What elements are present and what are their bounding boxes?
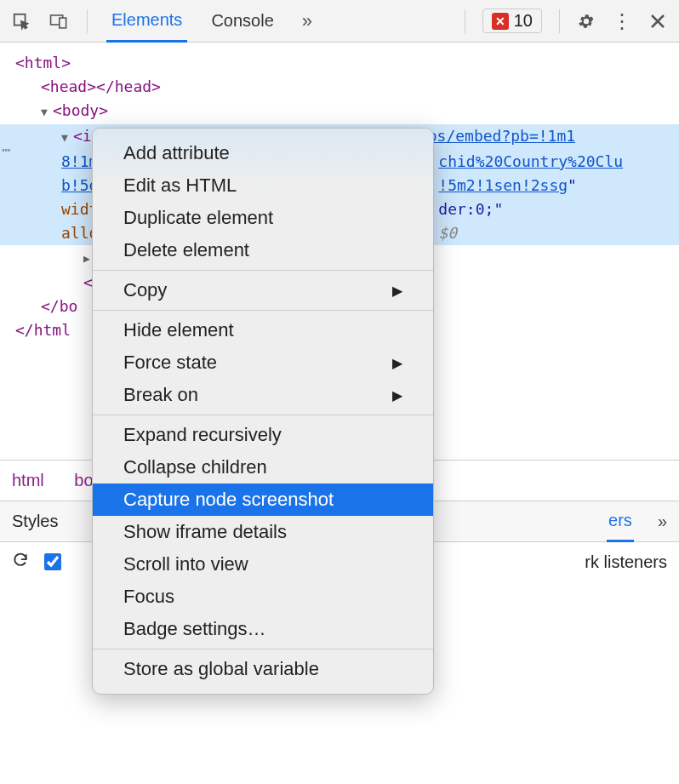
ctx-item-label: Edit as HTML (123, 175, 237, 197)
kebab-icon[interactable]: ⋮ (613, 12, 631, 31)
devtools-toolbar: Elements Console » ✕ 10 ⋮ (0, 0, 679, 43)
device-toggle-icon[interactable] (49, 12, 68, 31)
context-menu: Add attributeEdit as HTMLDuplicate eleme… (92, 128, 434, 695)
ctx-item-label: Focus (123, 586, 174, 608)
chevron-right-icon: ▶ (392, 387, 402, 403)
node-body-open[interactable]: ▼<body> (15, 99, 679, 124)
ctx-item-label: Scroll into view (123, 553, 248, 575)
ctx-item-label: Capture node screenshot (123, 489, 334, 511)
ctx-item-force-state[interactable]: Force state▶ (93, 346, 433, 379)
node-head[interactable]: <head></head> (15, 75, 679, 99)
ctx-item-edit-as-html[interactable]: Edit as HTML (93, 169, 433, 202)
refresh-icon[interactable] (12, 552, 29, 573)
close-icon[interactable] (648, 12, 667, 31)
ctx-item-label: Hide element (123, 319, 234, 341)
breadcrumb-html[interactable]: html (12, 471, 44, 489)
ancestors-checkbox[interactable] (44, 553, 61, 570)
ctx-item-label: Force state (123, 352, 217, 374)
ctx-item-store-as-global-variable[interactable]: Store as global variable (93, 653, 433, 685)
error-x-icon: ✕ (492, 13, 509, 30)
more-tabs-icon[interactable]: » (298, 12, 317, 31)
gear-icon[interactable] (577, 12, 596, 31)
ctx-item-label: Add attribute (123, 142, 230, 164)
error-count: 10 (514, 11, 533, 31)
ctx-item-label: Delete element (123, 239, 249, 261)
ctx-item-label: Expand recursively (123, 424, 282, 446)
ctx-item-break-on[interactable]: Break on▶ (93, 379, 433, 411)
ctx-item-label: Store as global variable (123, 658, 319, 680)
ctx-item-label: Break on (123, 384, 198, 406)
svg-rect-0 (14, 14, 26, 25)
svg-rect-2 (60, 18, 66, 28)
ctx-item-label: Collapse children (123, 456, 267, 478)
toolbar-separator (465, 9, 465, 33)
toolbar-left: Elements Console » (12, 0, 317, 43)
toolbar-separator (87, 9, 88, 33)
ctx-item-badge-settings[interactable]: Badge settings… (93, 613, 433, 645)
ctx-item-label: Copy (123, 279, 167, 301)
node-html-open[interactable]: <html> (15, 51, 679, 75)
framework-listeners-label: rk listeners (585, 552, 667, 572)
tab-elements[interactable]: Elements (106, 0, 187, 43)
tab-console[interactable]: Console (206, 0, 278, 43)
ctx-item-duplicate-element[interactable]: Duplicate element (93, 202, 433, 234)
svg-rect-1 (51, 14, 63, 24)
ctx-item-label: Show iframe details (123, 521, 287, 543)
ctx-item-label: Badge settings… (123, 618, 266, 640)
toolbar-separator (559, 9, 560, 33)
ctx-item-collapse-children[interactable]: Collapse children (93, 451, 433, 484)
more-subtabs-icon[interactable]: » (658, 512, 667, 531)
ctx-item-hide-element[interactable]: Hide element (93, 314, 433, 346)
ctx-item-focus[interactable]: Focus (93, 581, 433, 613)
ctx-item-show-iframe-details[interactable]: Show iframe details (93, 516, 433, 548)
ctx-item-scroll-into-view[interactable]: Scroll into view (93, 548, 433, 581)
ctx-item-copy[interactable]: Copy▶ (93, 274, 433, 306)
subtab-styles[interactable]: Styles (12, 512, 58, 531)
toolbar-right: ✕ 10 ⋮ (465, 9, 667, 33)
ctx-item-label: Duplicate element (123, 207, 273, 229)
inspect-icon[interactable] (12, 12, 31, 31)
ctx-item-delete-element[interactable]: Delete element (93, 234, 433, 266)
error-badge[interactable]: ✕ 10 (482, 9, 542, 33)
chevron-right-icon: ▶ (392, 283, 402, 299)
gutter-dots-icon: ⋯ (2, 138, 12, 162)
ctx-item-capture-node-screenshot[interactable]: Capture node screenshot (93, 484, 433, 516)
subtab-event-listeners[interactable]: ers (607, 501, 634, 542)
chevron-right-icon: ▶ (392, 355, 402, 371)
ctx-item-add-attribute[interactable]: Add attribute (93, 137, 433, 169)
ctx-item-expand-recursively[interactable]: Expand recursively (93, 419, 433, 451)
breadcrumb-body[interactable]: bo (74, 471, 93, 489)
